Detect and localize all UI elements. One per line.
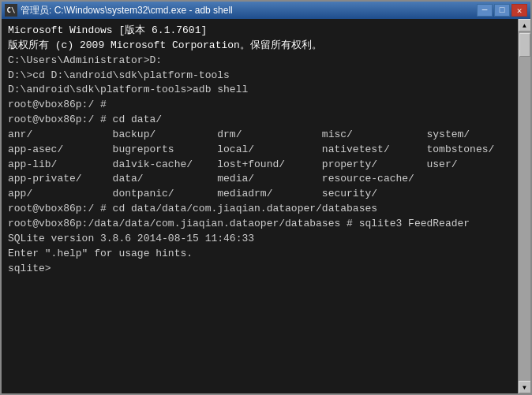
terminal-line: app-lib/ dalvik-cache/ lost+found/ prope… [8, 158, 511, 173]
terminal-line: root@vbox86p:/ # cd data/data/com.jiaqia… [8, 202, 511, 217]
terminal-line: root@vbox86p:/data/data/com.jiaqian.data… [8, 217, 511, 232]
terminal-line: app/ dontpanic/ mediadrm/ security/ [8, 187, 511, 202]
scroll-up-button[interactable]: ▲ [519, 19, 531, 32]
terminal-line: SQLite version 3.8.6 2014-08-15 11:46:33 [8, 232, 511, 247]
terminal-line: Enter ".help" for usage hints. [8, 247, 511, 262]
terminal-line: D:\android\sdk\platform-tools>adb shell [8, 83, 511, 98]
maximize-button[interactable]: □ [494, 4, 510, 17]
main-area: Microsoft Windows [版本 6.1.7601]版权所有 (c) … [2, 19, 530, 393]
scrollbar-thumb[interactable] [519, 33, 530, 57]
terminal-line: root@vbox86p:/ # [8, 98, 511, 113]
scrollbar-track [519, 32, 530, 381]
window-title: 管理员: C:\Windows\system32\cmd.exe - adb s… [21, 4, 233, 17]
cmd-icon: C\ [5, 4, 17, 17]
cmd-window: C\ 管理员: C:\Windows\system32\cmd.exe - ad… [0, 0, 532, 395]
terminal-line: app-asec/ bugreports local/ nativetest/ … [8, 143, 511, 158]
terminal-line: 版权所有 (c) 2009 Microsoft Corporation。保留所有… [8, 39, 511, 54]
close-button[interactable]: ✕ [511, 4, 527, 17]
terminal-line: C:\Users\Administrator>D: [8, 54, 511, 69]
title-bar-left: C\ 管理员: C:\Windows\system32\cmd.exe - ad… [5, 4, 233, 17]
title-bar-buttons: ─ □ ✕ [477, 4, 527, 17]
scroll-down-button[interactable]: ▼ [519, 381, 531, 393]
terminal-line: root@vbox86p:/ # cd data/ [8, 113, 511, 128]
terminal-line: sqlite> [8, 262, 511, 277]
title-bar: C\ 管理员: C:\Windows\system32\cmd.exe - ad… [2, 2, 530, 19]
terminal-output[interactable]: Microsoft Windows [版本 6.1.7601]版权所有 (c) … [2, 19, 518, 393]
minimize-button[interactable]: ─ [477, 4, 493, 17]
terminal-line: Microsoft Windows [版本 6.1.7601] [8, 24, 511, 39]
terminal-line: D:\>cd D:\android\sdk\platform-tools [8, 69, 511, 84]
scrollbar[interactable]: ▲ ▼ [518, 19, 530, 393]
terminal-line: anr/ backup/ drm/ misc/ system/ [8, 128, 511, 143]
terminal-line: app-private/ data/ media/ resource-cache… [8, 172, 511, 187]
